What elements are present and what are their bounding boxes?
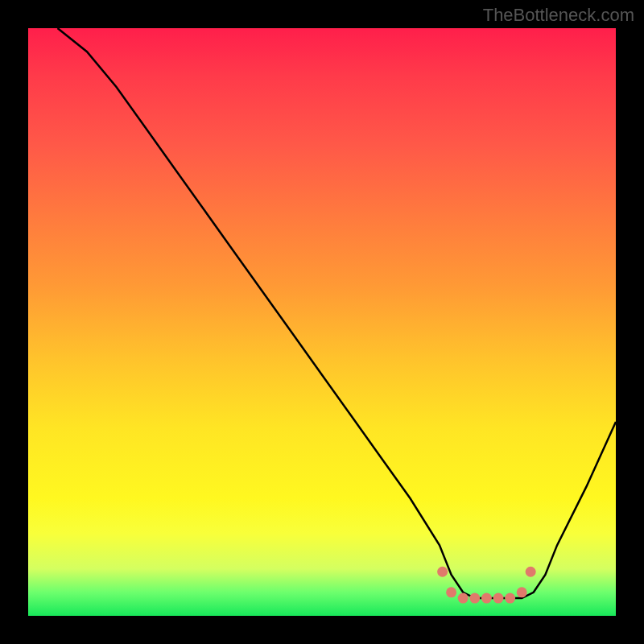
curve-marker — [526, 567, 536, 577]
curve-marker — [481, 593, 492, 604]
curve-marker — [446, 587, 456, 597]
curve-marker — [493, 593, 504, 604]
curve-marker — [469, 593, 480, 604]
bottleneck-curve — [58, 28, 617, 598]
curve-marker — [517, 587, 527, 597]
chart-svg — [28, 28, 616, 616]
curve-marker — [505, 593, 515, 604]
watermark-text: TheBottleneck.com — [483, 5, 634, 26]
curve-marker — [458, 593, 469, 604]
chart-plot-area — [28, 28, 616, 616]
curve-marker — [437, 567, 448, 577]
